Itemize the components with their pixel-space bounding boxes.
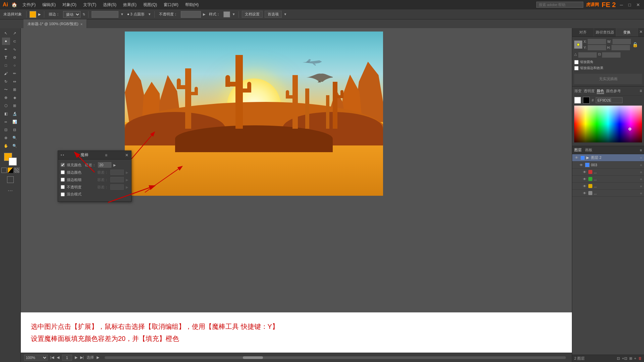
bar-chart-tool[interactable]: 📊 (11, 118, 19, 125)
opacity-input[interactable] (110, 184, 124, 190)
x-input[interactable] (588, 39, 606, 44)
select-tool[interactable]: ↖ (2, 29, 10, 37)
layer-003-visibility[interactable]: 👁 (579, 163, 584, 167)
fill-color-checkbox[interactable] (61, 163, 65, 167)
fill-color-swatch[interactable] (30, 11, 36, 18)
layer-item-green[interactable]: 👁 ... ○ (572, 176, 644, 183)
document-tab[interactable]: 未标题-1* @ 100% (RGB/预览) × (23, 19, 87, 28)
pencil-tool[interactable]: ✏ (11, 70, 19, 77)
menu-window[interactable]: 窗口(W) (161, 1, 181, 8)
menu-object[interactable]: 对象(O) (60, 1, 79, 8)
reference-grid[interactable] (574, 41, 582, 49)
tab-close-btn[interactable]: × (80, 22, 83, 26)
brush-type-dropdown[interactable]: ▼ (148, 12, 151, 16)
layer-yellow-visibility[interactable]: 👁 (582, 184, 587, 188)
text-tool[interactable]: T (2, 54, 10, 61)
page-nav-forward[interactable]: ▶ (75, 355, 77, 360)
y-input[interactable] (588, 45, 606, 50)
zoom-select[interactable]: 100% (24, 355, 48, 361)
window-minimize[interactable]: ─ (619, 2, 624, 7)
magic-panel-close[interactable]: ✕ (125, 153, 128, 158)
delete-layer-btn[interactable]: 🗑 (638, 356, 642, 361)
layer-2-circle[interactable]: ○ (640, 156, 642, 160)
menu-text[interactable]: 文字(T) (80, 1, 99, 8)
h-scrollbar-track[interactable] (105, 356, 566, 359)
pen-tool[interactable]: ✒ (2, 46, 10, 53)
reflect-tool[interactable]: ⇔ (11, 78, 19, 85)
menu-effects[interactable]: 效果(E) (120, 1, 139, 8)
tab-transparency[interactable]: 透明度 (584, 88, 595, 94)
add-new-sublayer-btn[interactable]: +⊡ (622, 356, 627, 361)
art-brush-tool[interactable]: ⊡ (2, 126, 10, 133)
curvature-tool[interactable]: ∿ (11, 46, 19, 53)
mesh-tool[interactable]: ⊞ (11, 102, 19, 109)
h-input[interactable] (611, 45, 630, 50)
zoom-tool[interactable]: 🔍 (11, 134, 19, 141)
tab-gradient[interactable]: 渐变 (574, 88, 582, 94)
opacity-checkbox[interactable] (61, 185, 65, 189)
menu-select[interactable]: 选择(S) (100, 1, 119, 8)
artboard-arrow[interactable]: ▶ (97, 355, 99, 360)
live-paint-tool[interactable]: ◈ (11, 94, 19, 101)
scale-corners-checkbox[interactable] (574, 60, 579, 64)
menu-file[interactable]: 文件(F) (20, 1, 38, 8)
prefs-dropdown[interactable]: ▼ (284, 12, 287, 16)
paintbrush-tool[interactable]: 🖌 (2, 70, 10, 77)
new-layer-btn[interactable]: + (634, 356, 636, 361)
magic-wand-tool[interactable]: ✦ (2, 38, 10, 45)
path-tool[interactable]: ⊘ (11, 54, 19, 61)
black-swatch[interactable] (583, 97, 590, 104)
layer-yellow-circle[interactable]: ○ (640, 184, 642, 188)
warp-tool[interactable]: 〜 (2, 86, 10, 93)
layer-item-gray[interactable]: 👁 ... ○ (572, 190, 644, 197)
h-scrollbar-thumb[interactable] (243, 356, 263, 359)
stroke-select[interactable]: 摄动 (63, 11, 80, 18)
doc-settings-btn[interactable]: 文档设置 (242, 11, 263, 18)
search-tool[interactable]: 🔍 (11, 142, 19, 149)
window-close[interactable]: ✕ (635, 2, 641, 7)
tab-pathfinder[interactable]: 路径查找器 (594, 28, 616, 37)
tab-artboards[interactable]: 画板 (585, 147, 592, 153)
angle-input[interactable] (578, 52, 597, 58)
menu-help[interactable]: 帮助(H) (182, 1, 202, 8)
layers-panel-menu[interactable]: ≡ (640, 148, 642, 152)
layer-item-2[interactable]: 👁 ▶ 图层 2 ○ (572, 154, 644, 162)
layer-red-circle[interactable]: ○ (640, 170, 642, 174)
layer-item-003[interactable]: 👁 003 ○ (572, 162, 644, 169)
layer-2-expand[interactable]: ▶ (586, 156, 590, 160)
layer-item-yellow[interactable]: 👁 ... ○ (572, 183, 644, 190)
stroke-width-checkbox[interactable] (61, 178, 65, 182)
fg-bg-color-selector[interactable] (4, 153, 17, 166)
layer-red-visibility[interactable]: 👁 (582, 170, 587, 174)
page-number-input[interactable] (62, 355, 72, 361)
blend-tool[interactable]: ∞ (2, 118, 10, 125)
w-input[interactable] (612, 39, 631, 44)
color-spectrum[interactable] (574, 106, 642, 142)
tab-align[interactable]: 对齐 (572, 28, 594, 37)
rotate-tool[interactable]: ↻ (2, 78, 10, 85)
color-panel-menu[interactable]: ≡ (640, 88, 642, 94)
panel-close-btn[interactable]: ✕ (638, 28, 644, 37)
gradient-tool[interactable]: ◧ (2, 110, 10, 117)
rect-tool[interactable]: □ (2, 62, 10, 69)
shear-input[interactable] (602, 52, 621, 58)
tab-color[interactable]: 颜色 (597, 88, 604, 94)
stroke-color-checkbox[interactable] (61, 170, 65, 174)
brush-size-input[interactable] (92, 11, 118, 18)
layer-green-visibility[interactable]: 👁 (582, 177, 587, 181)
style-swatch[interactable] (223, 11, 230, 17)
background-color[interactable] (9, 158, 17, 166)
perspective-tool[interactable]: ⬡ (2, 102, 10, 109)
stroke-color-input[interactable] (110, 170, 124, 175)
layer-gray-circle[interactable]: ○ (640, 191, 642, 195)
pattern-swatch[interactable] (14, 168, 19, 173)
hex-input[interactable] (596, 97, 623, 103)
layer-green-circle[interactable]: ○ (640, 177, 642, 181)
magic-panel-menu[interactable]: ≡ (105, 153, 107, 158)
layer-003-circle[interactable]: ○ (640, 163, 642, 167)
brush-dropdown-icon[interactable]: ▼ (120, 12, 124, 16)
home-icon[interactable]: 🏠 (11, 2, 17, 7)
direct-select-tool[interactable]: ↗ (11, 29, 19, 37)
eyedropper-tool[interactable]: 🔬 (11, 110, 19, 117)
fill-tolerance-input[interactable] (98, 162, 111, 168)
